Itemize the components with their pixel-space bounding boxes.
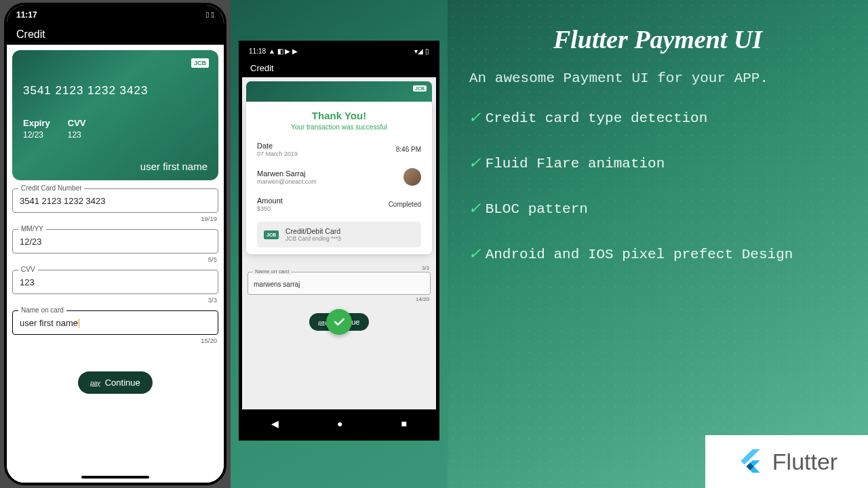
status-icons-right: ▾◢ ▯ [414,47,429,55]
cc-number-field[interactable]: Credit Card Number 3541 2123 1232 3423 [12,188,218,213]
card-brand-badge: JCB [413,85,427,92]
feature-item: ✓BLOC pattern [469,201,846,217]
mmyy-field[interactable]: MM/YY 12/23 [12,229,218,253]
cvv-label: CVV [68,118,86,128]
feature-item: ✓Android and IOS pixel prefect Design [469,247,846,262]
name-field[interactable]: Name on card user first name [12,310,218,335]
date-value: 07 March 2019 [257,150,298,157]
receipt-dialog: Thank You! Your transaction was successf… [246,100,432,254]
cc-counter: 19/19 [12,215,217,222]
payer-email: marwen@oneact.com [257,178,317,185]
amount-label: Amount [257,197,283,205]
check-icon: ✓ [469,247,480,262]
name-counter: 15/20 [12,337,217,344]
cardholder-name: user first name [140,161,208,172]
name-field[interactable]: Name on card marwens sarraj [248,272,431,295]
status-icons: 􀙇 􀛨 [206,10,214,20]
continue-button[interactable]: pay Continue [78,371,153,394]
cvv-value: 123 [68,130,86,140]
name-counter: 14/20 [248,296,429,302]
jcb-badge: JCB [264,230,279,239]
status-icons-left: ▲ ◧ ▶ ▶ [269,47,298,55]
cvv-counter: 3/3 [12,296,217,304]
marketing-panel: Flutter Payment UI An awesome Payment UI… [448,0,868,488]
panel-title: Flutter Payment UI [469,24,846,54]
expiry-label: Expiry [23,118,50,128]
android-device: 11:18▲ ◧ ▶ ▶ ▾◢ ▯ Credit JCB Thank You! … [239,41,439,441]
android-status-bar: 11:18▲ ◧ ▶ ▶ ▾◢ ▯ [242,43,436,58]
feature-item: ✓Fluid Flare animation [469,156,846,171]
nav-back-icon[interactable]: ◀ [271,418,279,429]
status-value: Completed [389,201,421,208]
receipt-title: Thank You! [257,110,421,121]
check-icon: ✓ [469,156,480,171]
payment-method: JCB Credit/Debit Card JCB Card ending **… [257,222,421,247]
feature-item: ✓Credit card type detection [469,110,846,126]
flutter-logo: Flutter [705,435,868,488]
credit-card-preview: JCB 3541 2123 1232 3423 Expiry 12/23 CVV… [12,50,218,180]
success-check-icon [326,309,352,335]
card-brand-badge: JCB [191,58,209,68]
payer-name: Marwen Sarraj [257,169,317,178]
flutter-icon [736,447,766,476]
home-indicator[interactable] [81,476,149,479]
card-number: 3541 2123 1232 3423 [23,84,208,98]
date-label: Date [257,142,298,150]
receipt-subtitle: Your transaction was successful [257,123,421,131]
nav-recent-icon[interactable]: ■ [401,418,407,429]
screen-title: Credit [242,58,436,77]
avatar [403,168,421,186]
ios-device: 11:17 􀙇 􀛨 Credit JCB 3541 2123 1232 3423… [4,3,226,485]
card-preview-slice: JCB [246,81,432,102]
panel-subtitle: An awesome Payment UI for your APP. [469,70,846,86]
android-nav-bar: ◀ ● ■ [242,409,436,438]
ios-status-bar: 11:17 􀙇 􀛨 [7,5,224,24]
flutter-text: Flutter [772,449,837,475]
check-icon: ✓ [469,201,480,216]
mmyy-counter: 5/5 [12,256,217,263]
amount-value: $350 [257,205,283,212]
screen-title: Credit [7,24,224,45]
cvv-field[interactable]: CVV 123 [12,270,218,294]
status-time: 11:17 [16,10,37,20]
time-value: 8:46 PM [396,146,421,153]
nav-home-icon[interactable]: ● [337,418,342,429]
expiry-value: 12/23 [23,130,50,140]
check-icon: ✓ [469,110,480,125]
